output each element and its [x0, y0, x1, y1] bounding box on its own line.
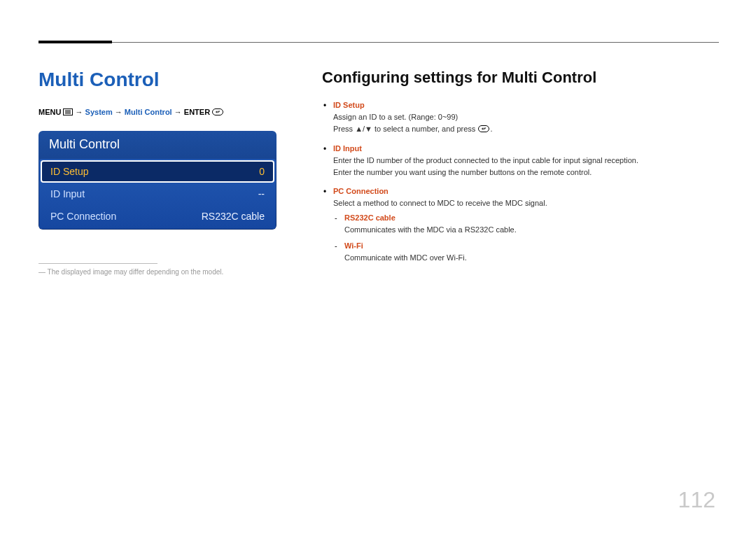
right-title: Configuring settings for Multi Control — [322, 69, 719, 87]
settings-desc: Enter the number you want using the numb… — [333, 167, 719, 178]
breadcrumb-arrow-3: → — [174, 108, 184, 116]
settings-term: ID Setup — [333, 99, 719, 111]
page-number: 112 — [678, 487, 715, 513]
osd-row[interactable]: ID Input-- — [41, 183, 274, 205]
breadcrumb-arrow-2: → — [115, 108, 125, 116]
footnote-rule — [38, 263, 158, 264]
menu-icon — [63, 108, 73, 117]
osd-row-value: 0 — [259, 166, 265, 177]
osd-row[interactable]: ID Setup0 — [41, 160, 274, 183]
settings-subterm: Wi-Fi — [344, 240, 719, 252]
section-title: Multi Control — [38, 69, 284, 91]
settings-subdesc: Communicates with the MDC via a RS232C c… — [344, 224, 719, 236]
osd-row-value: RS232C cable — [202, 211, 265, 222]
settings-subitem: RS232C cableCommunicates with the MDC vi… — [333, 212, 719, 236]
settings-desc: Assign an ID to a set. (Range: 0~99) — [333, 111, 719, 123]
enter-icon — [478, 124, 489, 136]
breadcrumb-system: System — [85, 108, 113, 116]
breadcrumb-enter: ENTER — [184, 108, 210, 116]
settings-item: ID SetupAssign an ID to a set. (Range: 0… — [322, 99, 719, 136]
settings-list: ID SetupAssign an ID to a set. (Range: 0… — [322, 99, 719, 264]
settings-desc: Press ▲/▼ to select a number, and press … — [333, 123, 719, 136]
settings-term: PC Connection — [333, 185, 719, 197]
osd-row-label: PC Connection — [50, 211, 116, 222]
osd-row-value: -- — [258, 188, 265, 199]
breadcrumb-arrow-1: → — [76, 108, 85, 116]
osd-panel: Multi Control ID Setup0ID Input--PC Conn… — [38, 131, 276, 230]
settings-subitem: Wi-FiCommunicate with MDC over Wi-Fi. — [333, 240, 719, 264]
footnote-text: The displayed image may differ depending… — [48, 268, 224, 276]
osd-row[interactable]: PC ConnectionRS232C cable — [41, 205, 274, 227]
settings-item: PC ConnectionSelect a method to connect … — [322, 185, 719, 264]
enter-icon — [212, 108, 223, 117]
top-accent-bar — [38, 41, 112, 43]
settings-item: ID InputEnter the ID number of the produ… — [322, 143, 719, 178]
breadcrumb-multi: Multi Control — [125, 108, 172, 116]
settings-subdesc: Communicate with MDC over Wi-Fi. — [344, 252, 719, 264]
settings-term: ID Input — [333, 143, 719, 155]
breadcrumb-menu: MENU — [38, 108, 61, 116]
footnote: ― The displayed image may differ dependi… — [38, 268, 284, 276]
breadcrumb: MENU → System → Multi Control → ENTER — [38, 108, 284, 117]
settings-subterm: RS232C cable — [344, 212, 719, 224]
settings-desc: Select a method to connect to MDC to rec… — [333, 197, 719, 209]
settings-sublist: RS232C cableCommunicates with the MDC vi… — [333, 212, 719, 264]
top-rule — [38, 42, 719, 43]
osd-row-label: ID Input — [50, 188, 85, 199]
osd-body: ID Setup0ID Input--PC ConnectionRS232C c… — [39, 159, 276, 229]
settings-desc: Enter the ID number of the product conne… — [333, 155, 719, 167]
osd-header: Multi Control — [39, 132, 276, 159]
osd-row-label: ID Setup — [50, 166, 88, 177]
